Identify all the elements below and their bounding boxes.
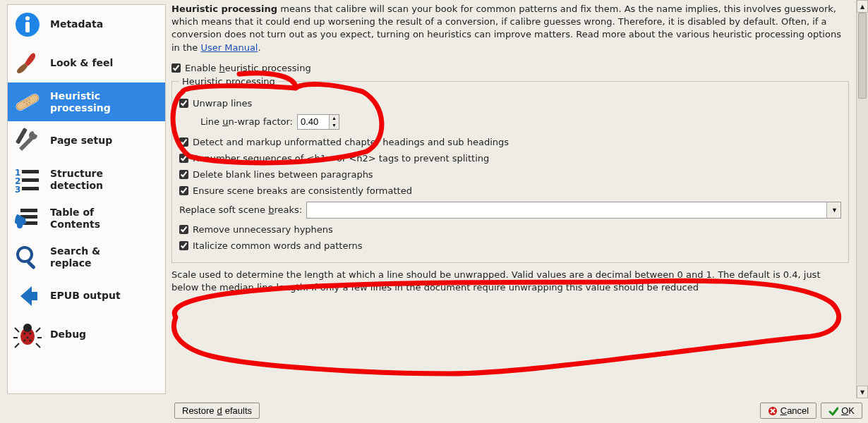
svg-point-32	[30, 332, 32, 334]
cancel-button[interactable]: Cancel	[760, 403, 816, 419]
scene-breaks-checkbox[interactable]	[179, 186, 188, 195]
delete-blank-label: Delete blank lines between paragraphs	[193, 169, 373, 180]
sidebar-item-toc[interactable]: Table of Contents	[8, 199, 165, 238]
svg-rect-4	[16, 93, 40, 111]
spin-down-button[interactable]: ▼	[330, 122, 339, 129]
remove-hyphens-checkbox[interactable]	[179, 225, 188, 234]
svg-rect-14	[22, 178, 39, 182]
arrow-left-icon	[12, 281, 43, 312]
sidebar-item-debug[interactable]: Debug	[8, 315, 165, 354]
detect-chapters-label: Detect and markup unformatted chapter he…	[193, 137, 509, 147]
sidebar-item-search-replace[interactable]: Search & replace	[8, 238, 165, 276]
ok-button[interactable]: OK	[821, 403, 862, 419]
svg-point-24	[23, 324, 32, 332]
svg-rect-12	[22, 170, 39, 173]
sidebar-item-structure[interactable]: 123 Structure detection	[8, 160, 165, 199]
svg-line-25	[15, 328, 19, 332]
bandage-icon	[12, 87, 43, 118]
renumber-checkbox[interactable]	[179, 154, 188, 163]
remove-hyphens-label: Remove unnecessary hyphens	[193, 224, 333, 235]
intro-text: Heuristic processing means that calibre …	[171, 3, 849, 54]
svg-point-34	[24, 339, 26, 341]
svg-line-30	[36, 343, 40, 348]
sidebar-item-label: Search & replace	[50, 245, 100, 269]
content-pane: Heuristic processing means that calibre …	[169, 0, 856, 398]
enable-heuristic-checkbox[interactable]	[171, 63, 181, 73]
restore-defaults-button[interactable]: Restore defaults	[174, 403, 260, 419]
user-manual-link[interactable]: User Manual	[200, 42, 258, 53]
ok-icon	[828, 406, 838, 416]
sidebar-item-label: Structure detection	[50, 168, 103, 192]
scroll-down-button[interactable]: ▼	[857, 386, 868, 398]
sidebar-item-metadata[interactable]: Metadata	[8, 5, 165, 44]
svg-point-33	[27, 336, 29, 338]
sidebar-item-label: Table of Contents	[50, 207, 100, 231]
enable-heuristic-label: Enable heuristic processing	[185, 63, 311, 73]
svg-point-20	[17, 223, 23, 228]
sidebar-item-epub-output[interactable]: EPUB output	[8, 276, 165, 315]
sidebar-item-label: Look & feel	[50, 57, 113, 69]
unwrap-factor-label: Line un-wrap factor:	[200, 116, 293, 127]
sidebar: Metadata Look & feel Heuristic processin…	[7, 4, 166, 394]
svg-point-31	[24, 332, 26, 334]
replace-breaks-input[interactable]	[307, 202, 826, 218]
sidebar-item-label: Page setup	[50, 135, 112, 147]
button-bar: Restore defaults Cancel OK	[0, 398, 868, 423]
italicize-label: Italicize common words and patterns	[193, 240, 363, 251]
heuristic-group-legend: Heuristic processing	[179, 76, 278, 87]
sidebar-item-label: Metadata	[50, 18, 103, 30]
spin-up-button[interactable]: ▲	[330, 115, 339, 122]
replace-breaks-dropdown-button[interactable]: ▼	[826, 202, 840, 218]
scroll-thumb[interactable]	[858, 13, 867, 99]
heuristic-group: Heuristic processing Unwrap lines Line u…	[171, 76, 849, 263]
toc-icon	[12, 203, 43, 234]
sidebar-item-heuristic[interactable]: Heuristic processing	[8, 82, 165, 121]
svg-rect-2	[25, 22, 30, 32]
italicize-checkbox[interactable]	[179, 241, 188, 250]
svg-rect-16	[22, 187, 39, 190]
svg-point-1	[25, 16, 30, 20]
svg-text:3: 3	[15, 185, 20, 194]
scene-breaks-label: Ensure scene breaks are consistently for…	[193, 185, 412, 196]
unwrap-factor-spin[interactable]: ▲ ▼	[297, 114, 339, 130]
svg-point-21	[18, 247, 32, 262]
bug-icon	[12, 319, 43, 350]
svg-point-35	[30, 339, 32, 341]
unwrap-factor-input[interactable]	[298, 115, 329, 129]
replace-breaks-combo[interactable]: ▼	[306, 202, 841, 219]
unwrap-lines-checkbox[interactable]	[179, 99, 188, 108]
scroll-up-button[interactable]: ▲	[857, 0, 868, 13]
replace-breaks-label: Replace soft scene breaks:	[179, 204, 302, 215]
delete-blank-checkbox[interactable]	[179, 170, 188, 179]
help-text: Scale used to determine the length at wh…	[171, 269, 849, 294]
sidebar-item-label: EPUB output	[50, 290, 121, 302]
brush-icon	[12, 48, 43, 79]
cancel-icon	[768, 406, 778, 416]
tools-icon	[12, 125, 43, 157]
scrollbar[interactable]: ▲ ▼	[856, 0, 868, 398]
detect-chapters-checkbox[interactable]	[179, 137, 188, 147]
unwrap-lines-label: Unwrap lines	[193, 98, 252, 109]
sidebar-item-page-setup[interactable]: Page setup	[8, 121, 165, 160]
sidebar-item-label: Debug	[50, 329, 86, 341]
svg-line-26	[36, 328, 40, 332]
numbered-list-icon: 123	[12, 164, 43, 195]
renumber-label: Renumber sequences of <h1> or <h2> tags …	[193, 153, 489, 164]
magnifier-icon	[12, 242, 43, 273]
svg-line-29	[15, 343, 19, 348]
info-icon	[12, 9, 43, 40]
svg-rect-22	[26, 260, 35, 269]
svg-rect-17	[20, 209, 37, 212]
sidebar-item-label: Heuristic processing	[50, 90, 111, 114]
sidebar-item-look-feel[interactable]: Look & feel	[8, 44, 165, 82]
